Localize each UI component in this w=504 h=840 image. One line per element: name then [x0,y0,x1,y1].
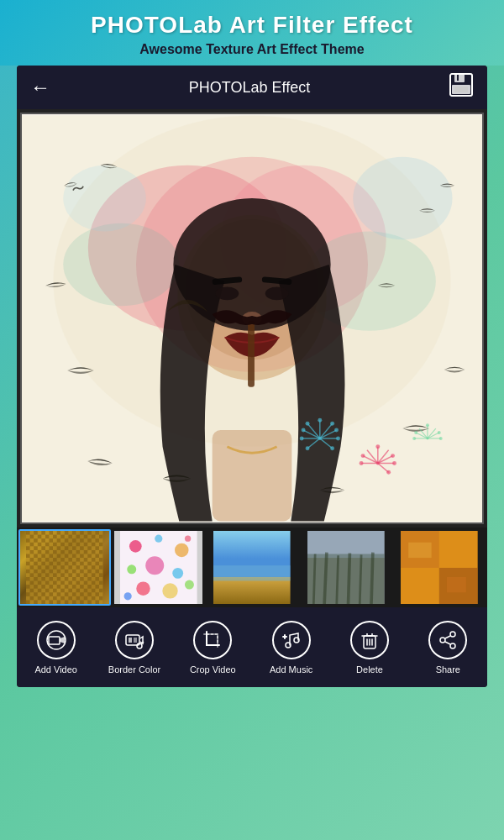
svg-point-125 [450,632,455,637]
svg-rect-22 [248,321,255,387]
svg-point-57 [360,461,364,465]
svg-point-67 [438,431,441,434]
svg-rect-2 [457,75,459,81]
svg-point-12 [353,157,452,240]
svg-point-69 [426,423,429,427]
crop-video-icon [193,621,232,659]
svg-rect-107 [447,577,466,592]
delete-label: Delete [356,664,383,675]
svg-rect-4 [454,87,468,92]
app-title: PHOTOLab Art Filter Effect [8,12,496,39]
svg-point-79 [129,540,142,553]
header-banner: PHOTOLab Art Filter Effect Awesome Textu… [0,0,504,66]
svg-point-68 [414,431,417,434]
border-color-icon [115,621,154,659]
svg-point-36 [302,428,306,433]
svg-rect-109 [49,637,60,644]
bottom-bar: Add Video Border Color [17,607,487,687]
svg-point-53 [391,454,395,458]
svg-line-100 [360,554,361,604]
svg-rect-77 [26,531,103,604]
svg-line-128 [445,636,450,638]
svg-rect-23 [213,430,292,521]
app-subtitle: Awesome Texture Art Effect Theme [8,42,496,57]
svg-point-41 [300,436,304,440]
save-button[interactable] [449,72,474,102]
svg-point-87 [185,580,194,590]
svg-point-80 [155,535,162,543]
svg-line-98 [337,555,339,604]
svg-point-13 [63,165,146,232]
share-button[interactable]: Share [409,621,487,675]
svg-point-126 [440,638,445,643]
svg-point-54 [361,454,365,458]
svg-point-37 [318,418,322,423]
add-music-label: Add Music [270,664,312,675]
svg-point-43 [306,446,310,450]
svg-point-18 [265,287,289,301]
share-label: Share [436,664,460,675]
svg-line-129 [445,642,450,644]
svg-point-82 [127,564,136,574]
border-color-label: Border Color [108,664,160,675]
add-video-label: Add Video [34,664,77,675]
canvas-area: 〜 [20,113,484,524]
toolbar: ← PHOTOLab Effect [17,66,487,109]
svg-point-56 [392,461,396,465]
svg-point-88 [123,592,131,600]
filter-strip [17,528,487,607]
back-button[interactable]: ← [30,77,50,97]
add-music-button[interactable]: Add Music [252,621,330,675]
filter-thumb-1[interactable] [18,529,111,606]
svg-point-86 [162,583,177,598]
svg-point-89 [185,535,191,541]
svg-point-81 [175,543,188,557]
svg-rect-91 [213,577,291,604]
svg-line-99 [348,554,349,604]
svg-line-101 [371,553,373,604]
share-icon [428,621,467,659]
svg-rect-111 [129,638,132,643]
filter-thumb-4[interactable] [300,529,392,606]
svg-point-70 [439,437,443,440]
app-window: ← PHOTOLab Effect [17,66,487,687]
svg-rect-92 [213,565,291,580]
filter-thumb-2[interactable] [113,529,205,606]
svg-rect-115 [207,634,218,645]
svg-rect-1 [454,74,465,82]
svg-point-58 [386,470,391,475]
svg-rect-106 [409,543,432,558]
toolbar-title: PHOTOLab Effect [50,79,449,97]
delete-icon [350,621,389,659]
svg-point-71 [412,437,416,440]
svg-point-42 [330,446,334,450]
svg-point-40 [336,436,340,440]
svg-point-84 [172,568,183,579]
svg-point-39 [306,422,310,426]
add-music-icon [272,621,311,659]
svg-rect-112 [134,638,137,643]
svg-point-55 [375,444,380,449]
svg-point-17 [216,287,239,301]
add-video-icon [37,621,76,659]
crop-video-button[interactable]: Crop Video [174,621,252,675]
svg-point-127 [450,643,455,648]
svg-point-38 [330,422,334,426]
svg-point-83 [145,556,164,575]
filter-thumb-5[interactable] [393,529,486,606]
svg-point-85 [136,581,150,595]
border-color-button[interactable]: Border Color [95,621,173,675]
delete-button[interactable]: Delete [330,621,408,675]
svg-point-11 [63,223,179,307]
add-video-button[interactable]: Add Video [17,621,95,675]
filter-thumb-3[interactable] [206,529,298,606]
svg-line-96 [313,554,315,604]
crop-video-label: Crop Video [190,664,236,675]
svg-point-35 [334,428,339,433]
